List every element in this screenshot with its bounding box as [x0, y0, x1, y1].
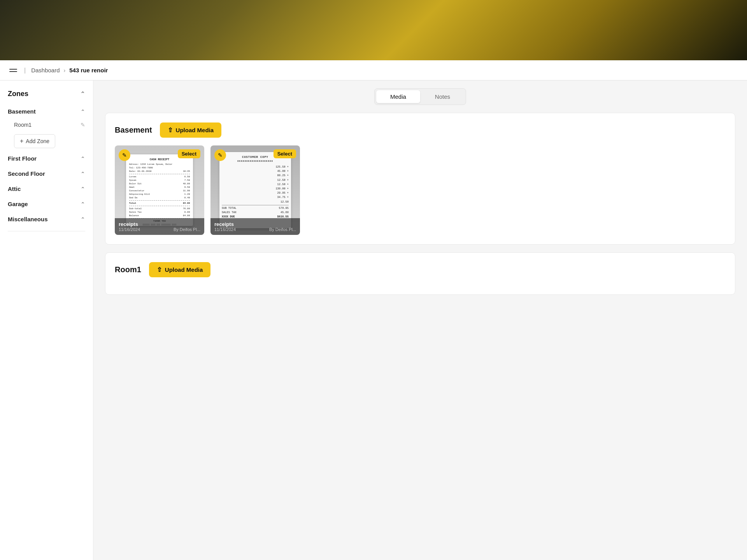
zones-header: Zones ⌃	[0, 90, 93, 104]
upload-media-button-basement[interactable]: ⇧ Upload Media	[160, 122, 222, 138]
chevron-up-icon-first-floor: ⌃	[81, 156, 85, 162]
media-overlay-receipt1: receipts 11/16/2024 By Deifos Pl...	[115, 218, 204, 235]
media-edit-button-receipt1[interactable]: ✎	[119, 149, 130, 161]
media-item-receipt1[interactable]: CASH RECEIPT Adress: 1234 Lorem Ipsum, D…	[115, 145, 204, 235]
zones-title: Zones	[8, 90, 28, 98]
media-meta-row-receipt1: receipts	[119, 221, 200, 227]
tab-bar: Media Notes	[105, 88, 735, 105]
upload-icon-basement: ⇧	[168, 126, 173, 134]
edit-icon-room1[interactable]: ✎	[81, 122, 85, 128]
breadcrumb-arrow: ›	[64, 67, 66, 74]
media-overlay-receipt2: receipts 11/16/2024 By Deifos Pl...	[210, 218, 300, 235]
nav-separator: |	[24, 67, 26, 74]
zone-label-basement: Basement	[8, 108, 36, 115]
section-title-room1: Room1	[115, 265, 141, 274]
media-grid-basement: CASH RECEIPT Adress: 1234 Lorem Ipsum, D…	[115, 145, 726, 235]
zone-item-attic: Attic ⌃	[0, 182, 93, 196]
zone-label-second-floor: Second Floor	[8, 170, 45, 177]
subzone-label-room1: Room1	[14, 122, 32, 128]
zone-label-miscellaneous: Miscellaneous	[8, 216, 48, 222]
content-area: Media Notes Basement ⇧ Upload Media CASH…	[93, 80, 747, 560]
zone-item-garage: Garage ⌃	[0, 197, 93, 211]
top-nav: | Dashboard › 543 rue renoir	[0, 60, 747, 80]
zones-collapse-button[interactable]: ⌃	[80, 90, 85, 98]
media-select-button-receipt1[interactable]: Select	[178, 149, 200, 158]
media-date-author-receipt1: 11/16/2024 By Deifos Pl...	[119, 227, 200, 232]
section-header-basement: Basement ⇧ Upload Media	[115, 122, 726, 138]
section-header-room1: Room1 ⇧ Upload Media	[115, 262, 726, 277]
zone-row-basement[interactable]: Basement ⌃	[8, 104, 85, 119]
plus-icon: +	[20, 138, 23, 145]
upload-label-basement: Upload Media	[176, 127, 214, 133]
upload-media-button-room1[interactable]: ⇧ Upload Media	[149, 262, 211, 277]
main-container: Zones ⌃ Basement ⌃ Room1 ✎ + Add Zone Fi…	[0, 80, 747, 560]
receipt-inner-1: CASH RECEIPT Adress: 1234 Lorem Ipsum, D…	[126, 154, 193, 226]
media-edit-button-receipt2[interactable]: ✎	[214, 149, 226, 161]
chevron-up-icon-basement: ⌃	[81, 108, 85, 115]
zone-label-first-floor: First Floor	[8, 155, 37, 162]
upload-label-room1: Upload Media	[165, 266, 203, 273]
tab-notes[interactable]: Notes	[421, 90, 464, 103]
zone-label-garage: Garage	[8, 201, 28, 207]
sidebar-toggle-button[interactable]	[8, 65, 19, 76]
chevron-up-icon-attic: ⌃	[81, 186, 85, 192]
zone-item-first-floor: First Floor ⌃	[0, 151, 93, 166]
zone-row-second-floor[interactable]: Second Floor ⌃	[8, 166, 85, 181]
media-tag-receipt1: receipts	[119, 221, 138, 227]
tab-group: Media Notes	[374, 88, 466, 105]
media-date-receipt2: 11/16/2024	[214, 227, 236, 232]
breadcrumb-dashboard[interactable]: Dashboard	[31, 67, 60, 74]
media-tag-receipt2: receipts	[214, 221, 234, 227]
tab-media[interactable]: Media	[376, 90, 420, 103]
zone-label-attic: Attic	[8, 186, 21, 192]
media-item-receipt2[interactable]: CUSTOMER COPY XXXXXXXXXXXXXXXXXXXX 125.5…	[210, 145, 300, 235]
zone-row-first-floor[interactable]: First Floor ⌃	[8, 151, 85, 166]
subzone-room1[interactable]: Room1 ✎	[8, 119, 85, 131]
zone-row-garage[interactable]: Garage ⌃	[8, 197, 85, 211]
zone-row-miscellaneous[interactable]: Miscellaneous ⌃	[8, 212, 85, 226]
zone-item-miscellaneous: Miscellaneous ⌃	[0, 212, 93, 226]
media-author-receipt2: By Deifos Pl...	[269, 227, 296, 232]
chevron-up-icon-garage: ⌃	[81, 201, 85, 207]
zone-row-attic[interactable]: Attic ⌃	[8, 182, 85, 196]
media-date-author-receipt2: 11/16/2024 By Deifos Pl...	[214, 227, 296, 232]
media-author-receipt1: By Deifos Pl...	[174, 227, 200, 232]
customer-receipt-inner-2: CUSTOMER COPY XXXXXXXXXXXXXXXXXXXX 125.5…	[219, 152, 291, 228]
add-zone-button[interactable]: + Add Zone	[14, 134, 55, 148]
sidebar: Zones ⌃ Basement ⌃ Room1 ✎ + Add Zone Fi…	[0, 80, 93, 560]
media-date-receipt1: 11/16/2024	[119, 227, 140, 232]
section-card-basement: Basement ⇧ Upload Media CASH RECEIPT Adr…	[105, 113, 735, 245]
chevron-up-icon-miscellaneous: ⌃	[81, 216, 85, 222]
zone-item-basement: Basement ⌃ Room1 ✎ + Add Zone	[0, 104, 93, 148]
zone-item-second-floor: Second Floor ⌃	[0, 166, 93, 181]
hero-banner	[0, 0, 747, 60]
add-zone-label: Add Zone	[26, 138, 49, 144]
chevron-up-icon-second-floor: ⌃	[81, 171, 85, 177]
media-meta-row-receipt2: receipts	[214, 221, 296, 227]
media-select-button-receipt2[interactable]: Select	[274, 149, 296, 158]
breadcrumb-current: 543 rue renoir	[69, 67, 108, 74]
sidebar-divider	[8, 231, 85, 231]
section-title-basement: Basement	[115, 126, 152, 135]
section-card-room1: Room1 ⇧ Upload Media	[105, 252, 735, 295]
upload-icon-room1: ⇧	[157, 266, 162, 273]
